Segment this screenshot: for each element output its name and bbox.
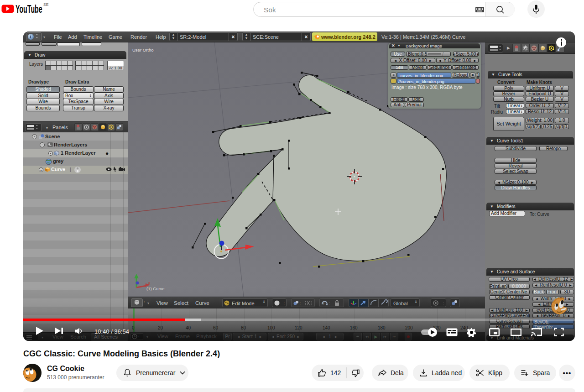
svg-text:x: x	[148, 281, 150, 285]
svg-text:SE: SE	[43, 2, 49, 7]
svg-text::: :	[138, 335, 139, 339]
svg-text:YouTube: YouTube	[16, 2, 42, 15]
svg-text:e: e	[323, 302, 324, 305]
